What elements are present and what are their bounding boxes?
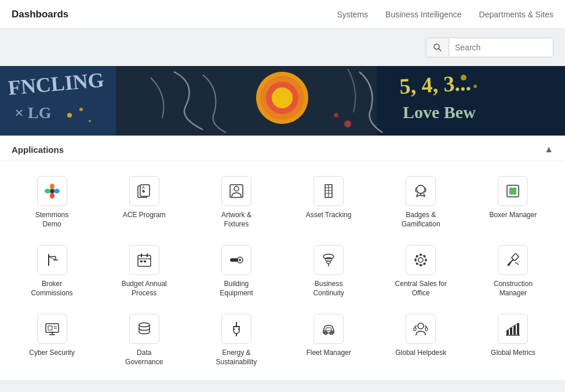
top-nav: Dashboards Systems Business Intelligence… bbox=[0, 0, 565, 29]
svg-point-55 bbox=[325, 258, 332, 261]
svg-text:5, 4, 3...: 5, 4, 3... bbox=[399, 71, 472, 98]
svg-point-63 bbox=[425, 259, 427, 261]
cyber-security-label: Cyber Security bbox=[29, 349, 75, 358]
app-item-artwork-fixtures[interactable]: Artwork & Fixtures bbox=[190, 167, 282, 236]
svg-rect-76 bbox=[48, 326, 52, 330]
business-continuity-label: Business Continuity bbox=[302, 280, 355, 298]
app-item-global-metrics[interactable]: Global Metrics bbox=[467, 305, 559, 373]
svg-point-64 bbox=[416, 255, 418, 258]
stemmons-demo-icon bbox=[37, 176, 67, 206]
svg-rect-93 bbox=[513, 325, 516, 335]
svg-text:× LG: × LG bbox=[14, 104, 52, 122]
svg-point-54 bbox=[323, 254, 334, 259]
app-item-budget-annual-process[interactable]: Budget Annual Process bbox=[98, 236, 190, 305]
applications-section: Applications ▲ Stemmons Demo bbox=[0, 135, 565, 380]
svg-point-62 bbox=[414, 259, 417, 261]
search-area bbox=[0, 29, 565, 66]
svg-point-19 bbox=[334, 113, 338, 118]
app-item-cyber-security[interactable]: Cyber Security bbox=[6, 305, 98, 373]
app-item-central-sales-office[interactable]: Central Sales for Office bbox=[375, 236, 467, 305]
central-sales-office-label: Central Sales for Office bbox=[395, 280, 447, 298]
badges-gamification-icon bbox=[406, 176, 436, 206]
app-item-ace-program[interactable]: ♠ A ACE Program bbox=[98, 167, 190, 236]
business-continuity-icon bbox=[314, 245, 344, 275]
nav-links: Systems Business Intelligence Department… bbox=[337, 10, 553, 19]
applications-title: Applications bbox=[12, 145, 64, 155]
boxer-manager-label: Boxer Manager bbox=[489, 211, 537, 220]
svg-point-13 bbox=[67, 113, 72, 118]
energy-sustainability-label: Energy & Sustainability bbox=[210, 349, 263, 367]
svg-text:Love Bew: Love Bew bbox=[403, 102, 476, 122]
app-item-stemmons-demo[interactable]: Stemmons Demo bbox=[6, 167, 98, 236]
svg-line-70 bbox=[508, 262, 511, 266]
svg-point-10 bbox=[272, 87, 293, 108]
svg-point-30 bbox=[234, 186, 239, 191]
building-equipment-label: Building Equipment bbox=[210, 280, 263, 298]
svg-point-22 bbox=[54, 189, 60, 193]
svg-point-16 bbox=[461, 75, 466, 80]
svg-point-60 bbox=[420, 254, 422, 256]
app-item-business-continuity[interactable]: Business Continuity bbox=[283, 236, 375, 305]
artwork-fixtures-label: Artwork & Fixtures bbox=[210, 211, 263, 229]
svg-point-65 bbox=[424, 263, 426, 265]
cyber-security-icon bbox=[37, 314, 67, 344]
svg-rect-49 bbox=[140, 261, 143, 262]
app-item-global-helpdesk[interactable]: Global Helpdesk bbox=[375, 305, 467, 373]
svg-line-44 bbox=[49, 257, 56, 260]
svg-rect-89 bbox=[414, 328, 416, 331]
svg-line-71 bbox=[515, 262, 519, 265]
svg-rect-92 bbox=[510, 328, 512, 335]
svg-point-15 bbox=[89, 120, 91, 122]
svg-point-67 bbox=[416, 263, 418, 265]
artwork-fixtures-icon bbox=[221, 176, 251, 206]
app-item-boxer-manager[interactable]: Boxer Manager bbox=[467, 167, 559, 236]
construction-manager-label: Construction Manager bbox=[487, 280, 539, 298]
nav-link-departments[interactable]: Departments & Sites bbox=[479, 10, 553, 19]
collapse-button[interactable]: ▲ bbox=[544, 144, 553, 155]
fleet-manager-label: Fleet Manager bbox=[306, 349, 351, 358]
app-item-energy-sustainability[interactable]: Energy & Sustainability bbox=[190, 305, 282, 373]
nav-link-bi[interactable]: Business Intelligence bbox=[385, 10, 462, 19]
svg-rect-50 bbox=[144, 261, 146, 262]
app-item-asset-tracking[interactable]: Asset Tracking bbox=[283, 167, 375, 236]
app-grid: Stemmons Demo ♠ A ACE Program bbox=[0, 161, 565, 380]
stemmons-demo-label: Stemmons Demo bbox=[26, 211, 78, 229]
svg-point-53 bbox=[239, 259, 241, 261]
banner-svg: FNCLING × LG 5, 4, 3... Love Bew bbox=[0, 66, 565, 135]
svg-point-21 bbox=[50, 184, 54, 189]
svg-point-58 bbox=[418, 258, 423, 262]
app-item-fleet-manager[interactable]: Fleet Manager bbox=[283, 305, 375, 373]
global-helpdesk-icon bbox=[406, 314, 436, 344]
app-item-broker-commissions[interactable]: Broker Commissions bbox=[6, 236, 98, 305]
ace-program-label: ACE Program bbox=[123, 211, 166, 220]
nav-link-systems[interactable]: Systems bbox=[337, 10, 368, 19]
svg-point-14 bbox=[79, 108, 83, 111]
banner-art: FNCLING × LG 5, 4, 3... Love Bew bbox=[0, 66, 565, 135]
app-item-badges-gamification[interactable]: Badges & Gamification bbox=[375, 167, 467, 236]
svg-point-23 bbox=[50, 193, 54, 199]
energy-sustainability-icon bbox=[221, 314, 251, 344]
ace-program-icon: ♠ A bbox=[129, 176, 159, 206]
global-metrics-label: Global Metrics bbox=[491, 349, 535, 358]
search-input[interactable] bbox=[449, 38, 553, 57]
badges-gamification-label: Badges & Gamification bbox=[395, 211, 447, 229]
asset-tracking-icon bbox=[314, 176, 344, 206]
app-item-building-equipment[interactable]: Building Equipment bbox=[190, 236, 282, 305]
data-governance-icon bbox=[129, 314, 159, 344]
svg-point-61 bbox=[420, 264, 422, 266]
app-item-data-governance[interactable]: Data Governance bbox=[98, 305, 190, 373]
search-button[interactable] bbox=[427, 39, 449, 56]
svg-point-66 bbox=[424, 255, 426, 258]
svg-point-24 bbox=[45, 189, 50, 193]
svg-rect-39 bbox=[509, 188, 516, 195]
construction-manager-icon bbox=[498, 245, 528, 275]
applications-header: Applications ▲ bbox=[0, 136, 565, 161]
nav-title: Dashboards bbox=[12, 9, 68, 20]
svg-point-20 bbox=[50, 189, 54, 193]
svg-point-17 bbox=[473, 85, 477, 88]
search-container bbox=[426, 38, 553, 57]
budget-annual-process-icon bbox=[129, 245, 159, 275]
asset-tracking-label: Asset Tracking bbox=[306, 211, 352, 220]
building-equipment-icon bbox=[221, 245, 251, 275]
app-item-construction-manager[interactable]: Construction Manager bbox=[467, 236, 559, 305]
